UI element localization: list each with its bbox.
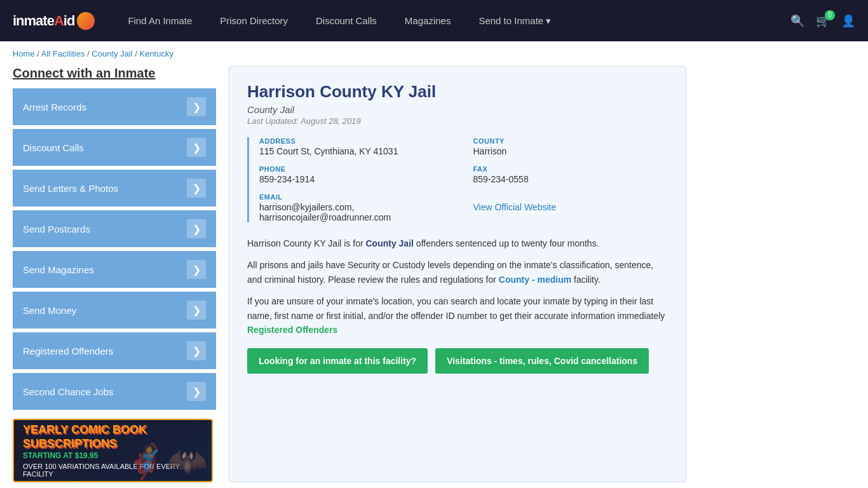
email-label: EMAIL [259, 193, 454, 201]
county-block: COUNTY Harrison [473, 137, 668, 156]
arrow-icon: ❯ [187, 219, 206, 238]
sidebar-send-letters[interactable]: Send Letters & Photos ❯ [13, 170, 216, 207]
cart-badge: 0 [825, 10, 835, 20]
search-icon[interactable]: 🔍 [790, 14, 804, 28]
arrow-icon: ❯ [187, 260, 206, 279]
nav-send-to-inmate[interactable]: Send to Inmate ▾ [465, 0, 565, 41]
sidebar-send-postcards[interactable]: Send Postcards ❯ [13, 210, 216, 247]
breadcrumb-county-jail[interactable]: County Jail [92, 49, 132, 58]
logo[interactable]: inmateAid [13, 12, 95, 30]
logo-icon [77, 12, 95, 30]
main-container: Connect with an Inmate Arrest Records ❯ … [0, 66, 699, 488]
sidebar-discount-calls[interactable]: Discount Calls ❯ [13, 129, 216, 166]
county-label: COUNTY [473, 137, 668, 145]
info-grid: ADDRESS 115 Court St, Cynthiana, KY 4103… [247, 137, 668, 222]
sidebar-second-chance-jobs[interactable]: Second Chance Jobs ❯ [13, 373, 216, 410]
action-buttons: Looking for an inmate at this facility? … [247, 348, 668, 374]
email-value: harrison@kyjailers.com, harrisoncojailer… [259, 202, 454, 222]
website-block: View Official Website [473, 193, 668, 222]
visitations-button[interactable]: Visitations - times, rules, Covid cancel… [435, 348, 649, 374]
facility-title: Harrison County KY Jail [247, 82, 668, 102]
navbar: inmateAid Find An Inmate Prison Director… [0, 0, 868, 41]
sidebar-arrest-records[interactable]: Arrest Records ❯ [13, 88, 216, 125]
ad-banner[interactable]: YEARLY COMIC BOOKSUBSCRIPTIONS STARTING … [13, 419, 213, 482]
arrow-icon: ❯ [187, 97, 206, 116]
desc-paragraph-2: All prisons and jails have Security or C… [247, 258, 668, 287]
facility-updated: Last Updated: August 28, 2019 [247, 116, 668, 126]
cart-icon[interactable]: 🛒 0 [816, 14, 830, 28]
breadcrumb-all-facilities[interactable]: All Facilities [41, 49, 85, 58]
registered-offenders-link[interactable]: Registered Offenders [247, 325, 337, 335]
navbar-right: 🔍 🛒 0 👤 [790, 14, 855, 28]
arrow-icon: ❯ [187, 138, 206, 157]
content-panel: Harrison County KY Jail County Jail Last… [229, 66, 686, 482]
desc-paragraph-3: If you are unsure of your inmate's locat… [247, 294, 668, 337]
sidebar-send-money[interactable]: Send Money ❯ [13, 292, 216, 329]
description-section: Harrison County KY Jail is for County Ja… [247, 236, 668, 337]
fax-value: 859-234-0558 [473, 174, 668, 184]
nav-magazines[interactable]: Magazines [391, 0, 465, 41]
address-block: ADDRESS 115 Court St, Cynthiana, KY 4103… [259, 137, 454, 156]
email-block: EMAIL harrison@kyjailers.com, harrisonco… [259, 193, 454, 222]
phone-label: PHONE [259, 165, 454, 173]
user-icon[interactable]: 👤 [841, 14, 855, 28]
sidebar-registered-offenders[interactable]: Registered Offenders ❯ [13, 332, 216, 369]
nav-find-inmate[interactable]: Find An Inmate [114, 0, 206, 41]
phone-block: PHONE 859-234-1914 [259, 165, 454, 184]
looking-for-inmate-button[interactable]: Looking for an inmate at this facility? [247, 348, 428, 374]
nav-prison-directory[interactable]: Prison Directory [206, 0, 302, 41]
nav-discount-calls[interactable]: Discount Calls [302, 0, 391, 41]
fax-label: FAX [473, 165, 668, 173]
address-value: 115 Court St, Cynthiana, KY 41031 [259, 146, 454, 156]
phone-value: 859-234-1914 [259, 174, 454, 184]
arrow-icon: ❯ [187, 179, 206, 198]
address-label: ADDRESS [259, 137, 454, 145]
ad-chars: 🦸🦇 [125, 442, 208, 481]
desc-paragraph-1: Harrison County KY Jail is for County Ja… [247, 236, 668, 250]
county-value: Harrison [473, 146, 668, 156]
nav-links: Find An Inmate Prison Directory Discount… [114, 0, 790, 41]
arrow-icon: ❯ [187, 301, 206, 320]
facility-type: County Jail [247, 104, 668, 115]
arrow-icon: ❯ [187, 341, 206, 360]
sidebar-title: Connect with an Inmate [13, 66, 216, 81]
fax-block: FAX 859-234-0558 [473, 165, 668, 184]
sidebar: Connect with an Inmate Arrest Records ❯ … [13, 66, 216, 482]
breadcrumb: Home / All Facilities / County Jail / Ke… [0, 41, 868, 66]
county-jail-link[interactable]: County Jail [365, 238, 413, 248]
sidebar-send-magazines[interactable]: Send Magazines ❯ [13, 251, 216, 288]
breadcrumb-home[interactable]: Home [13, 49, 35, 58]
county-medium-link[interactable]: County - medium [499, 274, 571, 285]
breadcrumb-kentucky[interactable]: Kentucky [139, 49, 173, 58]
official-website-link[interactable]: View Official Website [473, 202, 557, 212]
arrow-icon: ❯ [187, 382, 206, 401]
